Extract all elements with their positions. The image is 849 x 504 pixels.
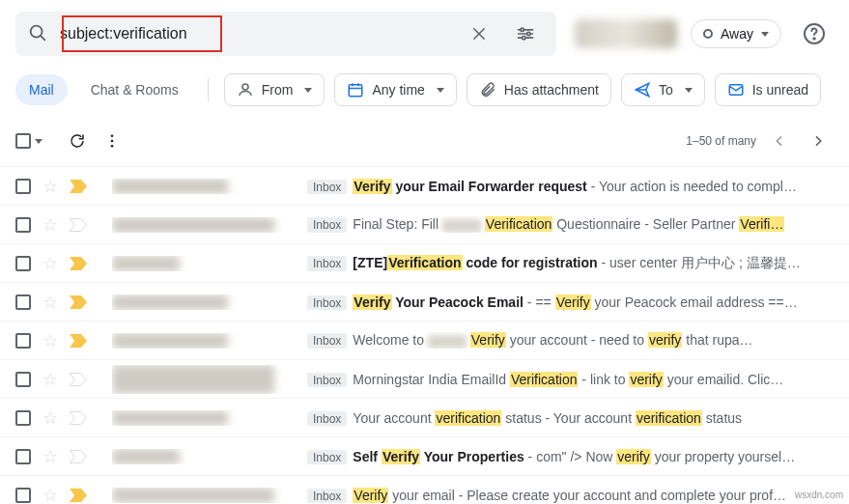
subject-cell: Inbox[ZTE]Verification code for registra…: [307, 255, 834, 272]
inbox-label: Inbox: [307, 217, 347, 232]
star-icon[interactable]: ☆: [42, 330, 58, 351]
subject-cell: InboxWelcome to Verify your account - ne…: [307, 332, 834, 348]
tab-mail[interactable]: Mail: [15, 74, 68, 105]
sender-cell: [112, 449, 296, 464]
subject-cell: InboxVerify Your Peacock Email - == Veri…: [307, 294, 834, 310]
important-icon[interactable]: [70, 295, 87, 309]
account-switcher[interactable]: [575, 19, 677, 48]
svg-line-1: [41, 35, 44, 39]
star-icon[interactable]: ☆: [42, 292, 58, 313]
more-button[interactable]: [95, 124, 129, 158]
email-row[interactable]: ☆InboxYour account verification status -…: [0, 399, 849, 437]
inbox-label: Inbox: [307, 411, 347, 426]
important-icon[interactable]: [70, 450, 87, 463]
svg-point-7: [521, 28, 524, 31]
person-icon: [237, 81, 254, 98]
subject-cell: InboxYour account verification status - …: [307, 410, 834, 426]
star-icon[interactable]: ☆: [42, 176, 58, 197]
chip-to[interactable]: To: [621, 73, 705, 106]
star-icon[interactable]: ☆: [42, 485, 58, 505]
sender-cell: [112, 365, 296, 394]
row-checkbox[interactable]: [15, 179, 31, 194]
row-checkbox[interactable]: [15, 217, 31, 233]
select-all-checkbox[interactable]: [15, 133, 42, 149]
row-checkbox[interactable]: [15, 294, 31, 310]
important-icon[interactable]: [70, 334, 87, 348]
email-row[interactable]: ☆InboxWelcome to Verify your account - n…: [0, 322, 849, 360]
svg-point-20: [111, 140, 114, 143]
row-checkbox[interactable]: [15, 449, 31, 464]
star-icon[interactable]: ☆: [42, 214, 58, 236]
header: Away: [0, 0, 849, 68]
important-icon[interactable]: [70, 373, 87, 386]
inbox-label: Inbox: [307, 373, 347, 387]
email-row[interactable]: ☆InboxVerify your Email Forwarder reques…: [0, 167, 849, 206]
status-indicator-icon: [703, 29, 713, 39]
filter-chips-row: Mail Chat & Rooms From Any time Has atta…: [0, 68, 849, 116]
sender-cell: [112, 217, 296, 233]
sender-cell: [112, 179, 296, 194]
next-page-button[interactable]: [803, 126, 834, 156]
row-checkbox[interactable]: [15, 256, 31, 271]
chevron-down-icon: [304, 88, 312, 93]
refresh-button[interactable]: [60, 124, 95, 158]
header-right: Away: [575, 14, 834, 53]
star-icon[interactable]: ☆: [42, 407, 58, 429]
row-checkbox[interactable]: [15, 410, 31, 426]
chevron-down-icon: [437, 88, 444, 93]
sender-cell: [112, 333, 296, 349]
important-icon[interactable]: [70, 411, 87, 425]
star-icon[interactable]: ☆: [42, 369, 58, 390]
email-row[interactable]: ☆InboxSelf Verify Your Properties - com"…: [0, 437, 849, 476]
email-row[interactable]: ☆InboxFinal Step: Fill Verification Ques…: [0, 206, 849, 244]
important-icon[interactable]: [70, 257, 87, 270]
search-bar[interactable]: [15, 12, 556, 56]
prev-page-button[interactable]: [764, 126, 795, 156]
row-checkbox[interactable]: [15, 488, 31, 503]
star-icon[interactable]: ☆: [42, 253, 58, 274]
toolbar: 1–50 of many: [0, 116, 849, 167]
svg-point-8: [527, 32, 530, 35]
svg-point-19: [111, 134, 114, 137]
mail-icon: [727, 81, 745, 98]
important-icon[interactable]: [70, 489, 87, 502]
important-icon[interactable]: [70, 218, 87, 232]
pagination-label: 1–50 of many: [686, 134, 756, 148]
chip-is-unread[interactable]: Is unread: [715, 73, 821, 106]
tab-chat-rooms[interactable]: Chat & Rooms: [77, 74, 192, 105]
checkbox-icon: [15, 133, 31, 149]
sender-cell: [112, 488, 296, 503]
attachment-icon: [479, 81, 496, 98]
star-icon[interactable]: ☆: [42, 446, 58, 467]
inbox-label: Inbox: [307, 450, 347, 464]
inbox-label: Inbox: [307, 295, 347, 310]
email-row[interactable]: ☆InboxVerify your email - Please create …: [0, 476, 849, 504]
search-options-button[interactable]: [506, 14, 545, 53]
chip-from[interactable]: From: [224, 73, 325, 106]
chip-any-time[interactable]: Any time: [334, 73, 456, 106]
search-input[interactable]: [48, 25, 460, 42]
subject-cell: InboxMorningstar India EmailId Verificat…: [307, 372, 834, 387]
important-icon[interactable]: [70, 180, 87, 193]
status-label: Away: [721, 26, 753, 42]
svg-point-9: [523, 37, 525, 40]
clear-search-button[interactable]: [460, 14, 498, 53]
email-row[interactable]: ☆Inbox[ZTE]Verification code for registr…: [0, 244, 849, 283]
row-checkbox[interactable]: [15, 372, 31, 387]
chip-has-attachment[interactable]: Has attachment: [467, 73, 611, 106]
email-row[interactable]: ☆InboxVerify Your Peacock Email - == Ver…: [0, 283, 849, 322]
send-icon: [634, 81, 651, 98]
sender-cell: [112, 294, 296, 310]
inbox-label: Inbox: [307, 333, 347, 348]
subject-cell: InboxSelf Verify Your Properties - com" …: [307, 449, 834, 464]
email-list: ☆InboxVerify your Email Forwarder reques…: [0, 167, 849, 504]
subject-cell: InboxVerify your email - Please create y…: [307, 488, 834, 503]
help-button[interactable]: [795, 14, 834, 53]
chevron-down-icon: [761, 32, 769, 37]
svg-point-21: [111, 145, 114, 148]
subject-cell: InboxFinal Step: Fill Verification Quest…: [307, 216, 834, 232]
row-checkbox[interactable]: [15, 333, 31, 349]
divider: [208, 78, 209, 101]
email-row[interactable]: ☆InboxMorningstar India EmailId Verifica…: [0, 360, 849, 399]
status-chip[interactable]: Away: [691, 19, 781, 48]
